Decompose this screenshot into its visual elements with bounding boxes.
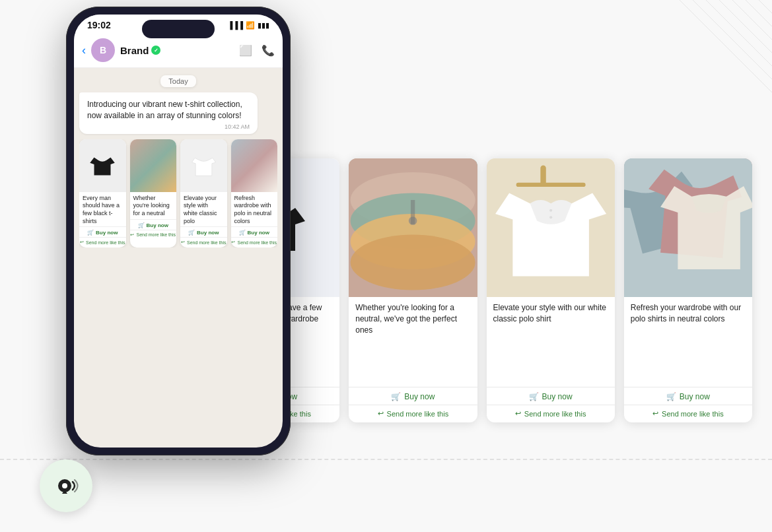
dynamic-island [142, 20, 215, 38]
signal-icon: ▐▐▐ [228, 21, 243, 29]
broadcast-icon [53, 473, 79, 499]
chat-product-card-1: Every man should have a few black t-shir… [79, 139, 126, 248]
product-send-btn-3[interactable]: ↩ Send more like this [487, 405, 615, 422]
svg-point-19 [549, 216, 552, 218]
buy-label-4: Buy now [680, 392, 710, 401]
date-pill: Today [160, 75, 195, 87]
message-bubble: Introducing our vibrant new t-shirt coll… [79, 92, 258, 134]
brand-name: Brand [120, 45, 149, 56]
send-icon-2: ↩ [378, 409, 384, 418]
status-icons: ▐▐▐ 📶 ▮▮▮ [228, 21, 269, 30]
product-card-2: Whether you're looking for a neutral, we… [349, 158, 477, 422]
chat-product-img-4 [231, 139, 278, 192]
product-card-body-4: Refresh your wardrobe with our polo shir… [624, 297, 752, 387]
chat-name: Brand ✓ [120, 45, 234, 56]
send-icon-3: ↩ [515, 409, 521, 418]
product-card-body-2: Whether you're looking for a neutral, we… [349, 297, 477, 387]
product-card-3: Elevate your style with our white classi… [487, 158, 615, 422]
svg-line-0 [706, 0, 772, 66]
status-time: 19:02 [87, 20, 111, 30]
avatar-initial: B [100, 45, 106, 55]
message-text: Introducing our vibrant new t-shirt coll… [87, 99, 250, 121]
svg-point-12 [351, 235, 475, 290]
verified-badge: ✓ [151, 46, 160, 55]
phone-mockup: 19:02 ▐▐▐ 📶 ▮▮▮ ‹ B Brand ✓ [66, 7, 291, 455]
send-label-2: Send more like this [387, 410, 449, 418]
chat-product-desc-1: Every man should have a few black t-shir… [79, 192, 126, 227]
chat-name-area: Brand ✓ [120, 45, 234, 56]
svg-point-22 [62, 483, 67, 488]
chat-product-img-1 [79, 139, 126, 192]
buy-label-2: Buy now [404, 392, 435, 401]
product-desc-4: Refresh your wardrobe with our polo shir… [631, 302, 746, 384]
phone-screen: 19:02 ▐▐▐ 📶 ▮▮▮ ‹ B Brand ✓ [74, 15, 283, 448]
svg-line-1 [719, 0, 772, 53]
send-label-4: Send more like this [662, 410, 724, 418]
avatar: B [91, 38, 115, 62]
message-time: 10:42 AM [87, 123, 250, 130]
svg-line-3 [746, 0, 772, 26]
buy-icon-3: 🛒 [529, 392, 539, 401]
chat-body: Today Introducing our vibrant new t-shir… [74, 68, 283, 448]
chat-send-btn-2[interactable]: ↩ Send more like this [130, 230, 177, 240]
product-image-4 [624, 158, 752, 297]
svg-point-18 [549, 209, 552, 212]
svg-line-5 [693, 0, 772, 79]
chat-product-card-4: Refresh wardrobe with polo in neutral co… [231, 139, 278, 248]
product-buy-btn-2[interactable]: 🛒 Buy now [349, 387, 477, 405]
video-call-icon[interactable]: ⬜ [239, 44, 252, 57]
chat-send-btn-1[interactable]: ↩ Send more like this [79, 237, 126, 248]
product-buy-btn-4[interactable]: 🛒 Buy now [624, 387, 752, 405]
product-card-4: Refresh your wardrobe with our polo shir… [624, 158, 752, 422]
product-send-btn-4[interactable]: ↩ Send more like this [624, 405, 752, 422]
chat-product-desc-3: Elevate your style with white classic po… [180, 192, 227, 227]
svg-line-6 [680, 0, 772, 92]
chat-buy-btn-4[interactable]: 🛒 Buy now [231, 226, 278, 237]
wifi-icon: 📶 [246, 21, 255, 30]
chat-buy-btn-1[interactable]: 🛒 Buy now [79, 226, 126, 237]
phone-call-icon[interactable]: 📞 [262, 44, 275, 57]
decorative-lines [574, 0, 772, 132]
svg-rect-14 [411, 200, 415, 224]
product-image-2 [349, 158, 477, 297]
product-cards-area: Every man should have a few black t-shir… [211, 158, 752, 422]
chat-send-btn-4[interactable]: ↩ Send more like this [231, 237, 278, 248]
svg-line-2 [732, 0, 772, 40]
battery-icon: ▮▮▮ [258, 21, 269, 30]
product-send-btn-2[interactable]: ↩ Send more like this [349, 405, 477, 422]
chat-product-card-3: Elevate your style with white classic po… [180, 139, 227, 248]
chat-product-desc-4: Refresh wardrobe with polo in neutral co… [231, 192, 278, 227]
product-desc-3: Elevate your style with our white classi… [493, 302, 608, 384]
product-buy-btn-3[interactable]: 🛒 Buy now [487, 387, 615, 405]
send-label-3: Send more like this [524, 410, 586, 418]
chat-send-btn-3[interactable]: ↩ Send more like this [180, 237, 227, 248]
back-button[interactable]: ‹ [82, 44, 86, 57]
chat-product-desc-2: Whether you're looking for a neutral [130, 192, 177, 219]
chat-header-icons: ⬜ 📞 [239, 44, 275, 57]
chat-products-row: Every man should have a few black t-shir… [79, 139, 277, 248]
chat-product-img-2 [130, 139, 177, 192]
product-image-3 [487, 158, 615, 297]
svg-line-4 [759, 0, 772, 13]
bottom-icon-circle[interactable] [40, 459, 92, 512]
chat-product-img-3 [180, 139, 227, 192]
phone-outer: 19:02 ▐▐▐ 📶 ▮▮▮ ‹ B Brand ✓ [66, 7, 291, 455]
chat-buy-btn-3[interactable]: 🛒 Buy now [180, 226, 227, 237]
chat-product-card-2: Whether you're looking for a neutral 🛒 B… [130, 139, 177, 248]
send-icon-4: ↩ [652, 409, 658, 418]
buy-label-3: Buy now [542, 392, 573, 401]
product-desc-2: Whether you're looking for a neutral, we… [355, 302, 470, 384]
svg-rect-17 [516, 183, 585, 187]
date-divider: Today [79, 75, 277, 87]
product-card-body-3: Elevate your style with our white classi… [487, 297, 615, 387]
buy-icon-2: 🛒 [391, 392, 401, 401]
dashed-line-bottom [0, 459, 772, 460]
chat-buy-btn-2[interactable]: 🛒 Buy now [130, 219, 177, 230]
buy-icon-4: 🛒 [666, 392, 676, 401]
